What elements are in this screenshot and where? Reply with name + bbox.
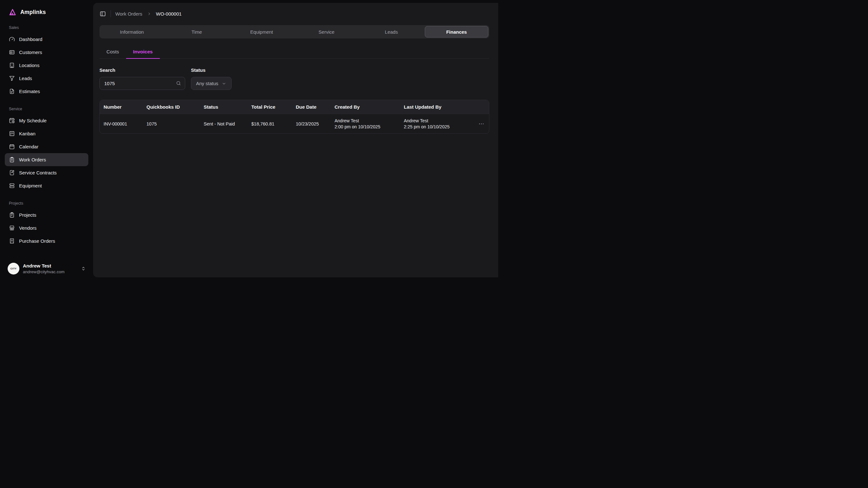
sidebar-item-kanban[interactable]: Kanban xyxy=(5,127,88,140)
sidebar-toggle-icon[interactable] xyxy=(99,10,106,17)
app-root: Amplinks Sales Dashboard Customers Locat… xyxy=(0,0,498,280)
user-menu[interactable]: CITY Andrew Test andrew@cityhvac.com xyxy=(0,257,93,280)
sidebar-item-my-schedule[interactable]: My Schedule xyxy=(5,114,88,127)
sidebar-item-label: Work Orders xyxy=(19,157,46,162)
sidebar-item-dashboard[interactable]: Dashboard xyxy=(5,33,88,46)
clipboard-icon xyxy=(9,212,15,218)
finances-sub-tabs: Costs Invoices xyxy=(99,46,489,59)
sidebar-item-service-contracts[interactable]: Service Contracts xyxy=(5,166,88,179)
sidebar-section-sales: Sales Dashboard Customers Locations Lead… xyxy=(0,25,93,98)
cell-number: INV-000001 xyxy=(100,121,143,126)
calendar-clock-icon xyxy=(9,118,15,124)
column-header-last-updated-by: Last Updated By xyxy=(400,104,474,110)
divider xyxy=(111,10,111,17)
contact-card-icon xyxy=(9,49,15,55)
invoice-filters: Search Status Any status xyxy=(99,67,489,90)
status-filter: Status Any status xyxy=(191,67,231,90)
sidebar-item-label: Service Contracts xyxy=(19,170,57,175)
created-by-name: Andrew Test xyxy=(335,118,400,124)
sidebar-item-locations[interactable]: Locations xyxy=(5,59,88,72)
chevron-down-icon xyxy=(221,81,226,86)
sidebar-item-label: Purchase Orders xyxy=(19,238,55,244)
search-icon xyxy=(176,81,181,86)
status-dropdown[interactable]: Any status xyxy=(191,77,231,90)
sidebar-item-calendar[interactable]: Calendar xyxy=(5,140,88,153)
tab-information[interactable]: Information xyxy=(100,26,163,37)
amplinks-logo-icon xyxy=(8,8,17,17)
topbar: Work Orders WO-000001 xyxy=(99,3,489,17)
created-by-time: 2:00 pm on 10/10/2025 xyxy=(335,124,400,130)
table-header-row: Number Quickbooks ID Status Total Price … xyxy=(100,100,489,114)
sidebar-item-leads[interactable]: Leads xyxy=(5,72,88,85)
breadcrumb-current: WO-000001 xyxy=(156,11,182,17)
receipt-icon xyxy=(9,238,15,244)
tab-time[interactable]: Time xyxy=(165,26,228,37)
breadcrumb-work-orders[interactable]: Work Orders xyxy=(115,11,142,17)
invoices-table: Number Quickbooks ID Status Total Price … xyxy=(99,100,489,134)
sidebar-item-label: Locations xyxy=(19,63,39,68)
sidebar-item-customers[interactable]: Customers xyxy=(5,46,88,59)
sidebar-item-work-orders[interactable]: Work Orders xyxy=(5,153,88,166)
app-logo[interactable]: Amplinks xyxy=(0,0,93,17)
tab-invoices[interactable]: Invoices xyxy=(126,46,160,59)
cell-status: Sent - Not Paid xyxy=(200,121,248,126)
section-label: Sales xyxy=(0,25,93,30)
tab-service[interactable]: Service xyxy=(295,26,358,37)
sidebar-section-projects: Projects Projects Vendors Purchase Order… xyxy=(0,201,93,247)
tab-finances[interactable]: Finances xyxy=(425,26,488,37)
search-filter: Search xyxy=(99,67,185,90)
user-email: andrew@cityhvac.com xyxy=(23,269,64,274)
search-label: Search xyxy=(99,67,185,73)
sidebar-item-label: Dashboard xyxy=(19,36,42,42)
sidebar-item-purchase-orders[interactable]: Purchase Orders xyxy=(5,235,88,247)
tab-leads[interactable]: Leads xyxy=(360,26,423,37)
sidebar: Amplinks Sales Dashboard Customers Locat… xyxy=(0,0,93,280)
store-icon xyxy=(9,225,15,231)
status-dropdown-value: Any status xyxy=(196,81,218,86)
document-icon xyxy=(9,88,15,94)
cell-quickbooks-id: 1075 xyxy=(143,121,200,126)
cell-total-price: $18,760.81 xyxy=(248,121,292,126)
sidebar-item-label: Kanban xyxy=(19,131,36,136)
building-icon xyxy=(9,62,15,68)
column-header-total-price: Total Price xyxy=(248,104,292,110)
table-row[interactable]: INV-000001 1075 Sent - Not Paid $18,760.… xyxy=(100,114,489,133)
column-header-due-date: Due Date xyxy=(292,104,331,110)
column-header-status: Status xyxy=(200,104,248,110)
clipboard-list-icon xyxy=(9,157,15,163)
sidebar-item-label: Estimates xyxy=(19,89,40,94)
chevron-right-icon xyxy=(147,11,152,16)
sidebar-item-label: Projects xyxy=(19,212,36,218)
sidebar-item-label: Customers xyxy=(19,50,42,55)
sidebar-section-service: Service My Schedule Kanban Calendar Work… xyxy=(0,107,93,192)
main-panel: Work Orders WO-000001 Information Time E… xyxy=(93,3,498,277)
kanban-icon xyxy=(9,130,15,136)
section-label: Service xyxy=(0,107,93,111)
sidebar-item-equipment[interactable]: Equipment xyxy=(5,179,88,192)
cell-created-by: Andrew Test 2:00 pm on 10/10/2025 xyxy=(331,118,400,130)
column-header-created-by: Created By xyxy=(331,104,400,110)
gauge-icon xyxy=(9,36,15,42)
equipment-stack-icon xyxy=(9,183,15,189)
sidebar-item-vendors[interactable]: Vendors xyxy=(5,221,88,235)
section-label: Projects xyxy=(0,201,93,206)
tab-costs[interactable]: Costs xyxy=(99,46,126,59)
sidebar-nav: Amplinks Sales Dashboard Customers Locat… xyxy=(0,0,93,257)
updated-by-time: 2:25 pm on 10/10/2025 xyxy=(404,124,474,130)
funnel-icon xyxy=(9,75,15,81)
calendar-icon xyxy=(9,144,15,150)
column-header-quickbooks-id: Quickbooks ID xyxy=(143,104,200,110)
sidebar-item-label: Leads xyxy=(19,75,32,81)
file-pen-icon xyxy=(9,170,15,176)
sidebar-item-estimates[interactable]: Estimates xyxy=(5,85,88,98)
row-actions-menu-icon[interactable] xyxy=(478,121,485,127)
search-input[interactable] xyxy=(99,77,185,90)
cell-last-updated-by: Andrew Test 2:25 pm on 10/10/2025 xyxy=(400,118,474,130)
tab-equipment[interactable]: Equipment xyxy=(230,26,293,37)
user-info: Andrew Test andrew@cityhvac.com xyxy=(23,263,64,274)
work-order-tabs: Information Time Equipment Service Leads… xyxy=(99,25,489,38)
chevrons-up-down-icon xyxy=(81,266,86,271)
cell-due-date: 10/23/2025 xyxy=(292,121,331,126)
sidebar-item-projects[interactable]: Projects xyxy=(5,208,88,221)
sidebar-item-label: Calendar xyxy=(19,144,38,149)
